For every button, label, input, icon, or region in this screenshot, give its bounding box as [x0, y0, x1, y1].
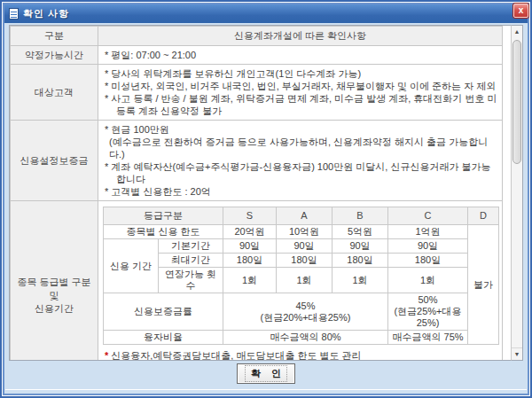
- extend-value: 1회: [332, 268, 388, 293]
- table-row: 종목 등급별 구분 및 신용기간 등급구분 S: [11, 201, 503, 362]
- limit-value: 5억원: [332, 225, 388, 239]
- row-label-hours: 약정가능시간: [11, 46, 98, 65]
- extend-value: 1회: [223, 268, 277, 293]
- customers-line: * 사고 등록 / 반송 / 불원 계좌, 위탁증거금 면제 계좌, 미수금 발…: [105, 92, 498, 117]
- basic-value: 90일: [223, 239, 277, 254]
- document-icon: [9, 8, 19, 20]
- grade-a: A: [277, 207, 332, 225]
- confirmation-dialog: 확인 사항 x 구분 신용계좌개설에 따른 확인사항 약정가능시간 * 평일: …: [0, 0, 532, 398]
- deposit-line: * 계좌 예탁자산(예수금+주식평가금-신용융자금) 100만원 미달시, 신규…: [105, 160, 498, 185]
- customers-line: * 당사의 위탁계좌를 보유하신 개인고객(1인 다수계좌 가능): [105, 67, 498, 80]
- basic-label: 기본기간: [159, 239, 223, 254]
- confirm-button[interactable]: 확 인: [237, 363, 295, 384]
- confirm-button-label: 확 인: [245, 365, 287, 382]
- extend-value: 1회: [388, 268, 468, 293]
- max-value: 180일: [332, 254, 388, 268]
- max-value: 180일: [277, 254, 332, 268]
- note-line: *신용융자,예탁증권담보대출, 매도담보대출 한도 별도 관리: [105, 349, 498, 361]
- basic-value: 90일: [332, 239, 388, 254]
- row-label-deposit: 신용설정보증금: [11, 121, 98, 201]
- grade-b: B: [332, 207, 388, 225]
- extend-value: 1회: [277, 268, 332, 293]
- max-value: 180일: [388, 254, 468, 268]
- grade-notes: *신용융자,예탁증권담보대출, 매도담보대출 한도 별도 관리 *회사한도 : …: [105, 349, 498, 361]
- limit-row: 종목별 신용 한도 20억원 10억원 5억원 1억원 불가: [104, 225, 499, 239]
- grade-d: D: [468, 207, 499, 225]
- scroll-content: 구분 신용계좌개설에 따른 확인사항 약정가능시간 * 평일: 07:00 ~ …: [9, 25, 515, 361]
- loan-ratio-label: 융자비율: [104, 331, 223, 345]
- loan-ratio-sab: 매수금액의 80%: [223, 331, 388, 345]
- close-icon[interactable]: x: [513, 4, 528, 18]
- grade-header-label: 등급구분: [104, 207, 223, 225]
- max-period-row: 최대기간 180일 180일 180일 180일: [104, 254, 499, 268]
- footer-divider: [5, 389, 527, 390]
- loan-ratio-c: 매수금액의 75%: [388, 331, 468, 345]
- table-row: 대상고객 * 당사의 위탁계좌를 보유하신 개인고객(1인 다수계좌 가능) *…: [11, 65, 503, 121]
- deposit-rate-sab: 45% (현금20%+대용25%): [223, 293, 388, 331]
- vertical-scrollbar[interactable]: ▲ ▼: [511, 25, 523, 361]
- confirmation-table: 구분 신용계좌개설에 따른 확인사항 약정가능시간 * 평일: 07:00 ~ …: [10, 26, 503, 361]
- deposit-rate-c: 50% (현금25%+대용25%): [388, 293, 468, 331]
- grade-table: 등급구분 S A B C D 종목별 신용 한도 20억원 10억원: [103, 207, 499, 345]
- deposit-line: (예수금으로 전환하여 증거금 등으로 사용가능하며, 신용계좌약정 해지시 출…: [105, 136, 498, 160]
- scrollbar-thumb[interactable]: [512, 40, 521, 164]
- period-group-label: 신용 기간: [104, 239, 159, 293]
- grade-c: C: [388, 207, 468, 225]
- deposit-line: * 현금 100만원: [105, 123, 498, 136]
- limit-value: 20억원: [223, 225, 277, 239]
- header-gubun: 구분: [11, 27, 98, 46]
- red-asterisk: *: [105, 350, 108, 361]
- table-row: 약정가능시간 * 평일: 07:00 ~ 21:00: [11, 46, 503, 65]
- limit-value: 10억원: [277, 225, 332, 239]
- basic-period-row: 신용 기간 기본기간 90일 90일 90일 90일: [104, 239, 499, 254]
- deposit-rate-label: 신용보증금률: [104, 293, 223, 331]
- customers-line: * 미성년자, 외국인, 비거주 내국인, 법인, 부실거래자, 채무불이행자 …: [105, 80, 498, 92]
- grade-s: S: [223, 207, 277, 225]
- row-label-grades: 종목 등급별 구분 및 신용기간: [11, 201, 98, 362]
- grade-header-row: 등급구분 S A B C D: [104, 207, 499, 225]
- row-label-customers: 대상고객: [11, 65, 98, 121]
- hours-line: * 평일: 07:00 ~ 21:00: [105, 49, 498, 61]
- table-row: 신용설정보증금 * 현금 100만원 (예수금으로 전환하여 증거금 등으로 사…: [11, 121, 503, 201]
- basic-value: 90일: [277, 239, 332, 254]
- grade-d-value: 불가: [468, 225, 499, 345]
- max-value: 180일: [223, 254, 277, 268]
- limit-label: 종목별 신용 한도: [104, 225, 223, 239]
- extend-row: 연장가능 횟수 1회 1회 1회 1회: [104, 268, 499, 293]
- table-header-row: 구분 신용계좌개설에 따른 확인사항: [11, 27, 503, 46]
- scroll-down-icon[interactable]: ▼: [512, 347, 522, 360]
- max-label: 최대기간: [159, 254, 223, 268]
- basic-value: 90일: [388, 239, 468, 254]
- header-description: 신용계좌개설에 따른 확인사항: [98, 27, 503, 46]
- title-bar: 확인 사항: [4, 4, 528, 23]
- window-title: 확인 사항: [23, 7, 69, 20]
- deposit-line: * 고객별 신용한도 : 20억: [105, 185, 498, 198]
- extend-label: 연장가능 횟수: [159, 268, 223, 293]
- scroll-up-icon[interactable]: ▲: [512, 26, 522, 38]
- limit-value: 1억원: [388, 225, 468, 239]
- loan-ratio-row: 융자비율 매수금액의 80% 매수금액의 75%: [104, 331, 499, 345]
- deposit-rate-row: 신용보증금률 45% (현금20%+대용25%) 50% (현금25%+대용25…: [104, 293, 499, 331]
